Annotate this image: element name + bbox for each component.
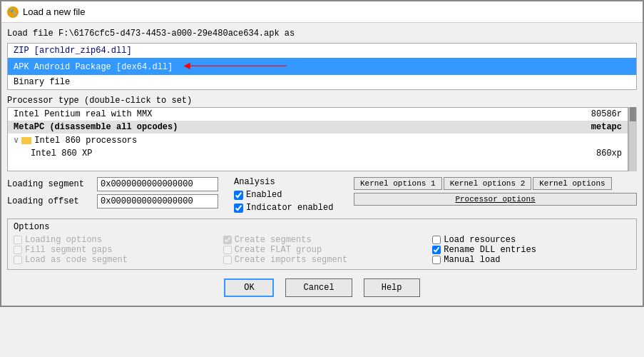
- loading-segment-input[interactable]: [97, 177, 218, 191]
- fill-segment-gaps-checkbox[interactable]: [14, 246, 22, 254]
- options-title: Options: [14, 222, 630, 232]
- options-col-2: Create segments Create FLAT group Create…: [223, 235, 421, 265]
- create-imports-label: Create imports segment: [235, 255, 347, 265]
- loading-segment-row: Loading segment: [7, 177, 228, 191]
- option-create-flat: Create FLAT group: [223, 245, 421, 255]
- tab-row-1: Kernel options 1 Kernel options 2 Kernel…: [354, 177, 637, 190]
- options-section: Options Loading options Fill segment gap…: [7, 218, 637, 270]
- expand-arrow: ∨: [14, 135, 19, 146]
- load-resources-label: Load resources: [444, 235, 516, 245]
- window-icon: 🔧: [7, 6, 19, 18]
- manual-load-checkbox[interactable]: [432, 256, 441, 264]
- option-manual-load: Manual load: [432, 255, 630, 265]
- processor-list-container: Intel Pentium real with MMX 80586r MetaP…: [7, 107, 637, 171]
- option-create-imports: Create imports segment: [223, 255, 421, 265]
- file-type-apk[interactable]: APK Android Package [dex64.dll] ◄───────…: [8, 58, 636, 75]
- load-file-label: Load file F:\6176cfc5-d473-4453-a000-29e…: [7, 27, 637, 40]
- bottom-section: Loading segment Loading offset Analysis …: [7, 177, 637, 213]
- rename-dll-checkbox[interactable]: [432, 246, 441, 254]
- dialog-content: Load file F:\6176cfc5-d473-4453-a000-29e…: [1, 23, 643, 306]
- processor-section-label: Processor type (double-click to set): [7, 96, 637, 106]
- proc-intel-860[interactable]: ∨ Intel 860 processors: [8, 134, 628, 147]
- left-inputs: Loading segment Loading offset: [7, 177, 228, 208]
- analysis-label: Analysis: [234, 177, 348, 187]
- red-arrow-indicator: ◄──────────────: [183, 60, 286, 73]
- options-col-3: Load resources Rename DLL entries Manual…: [432, 235, 630, 265]
- kernel-options-3-tab[interactable]: Kernel options: [533, 177, 611, 190]
- options-col-1: Loading options Fill segment gaps Load a…: [14, 235, 212, 265]
- indicator-checkbox[interactable]: [234, 203, 243, 213]
- load-as-code-checkbox[interactable]: [14, 256, 22, 264]
- main-window: 🔧 Load a new file Load file F:\6176cfc5-…: [0, 0, 644, 307]
- indicator-label: Indicator enabled: [246, 203, 333, 213]
- loading-offset-row: Loading offset: [7, 194, 228, 208]
- processor-list[interactable]: Intel Pentium real with MMX 80586r MetaP…: [7, 107, 628, 171]
- proc-intel-pentium[interactable]: Intel Pentium real with MMX 80586r: [8, 108, 628, 121]
- option-fill-segment-gaps: Fill segment gaps: [14, 245, 212, 255]
- file-type-list: ZIP [archldr_zip64.dll] APK Android Pack…: [7, 43, 637, 90]
- help-button[interactable]: Help: [364, 278, 420, 297]
- ok-button[interactable]: OK: [224, 278, 274, 297]
- load-resources-checkbox[interactable]: [432, 236, 441, 244]
- proc-intel-860-xp[interactable]: Intel 860 XP 860xp: [8, 147, 628, 160]
- option-rename-dll: Rename DLL entries: [432, 245, 630, 255]
- button-row: OK Cancel Help: [7, 278, 637, 303]
- indicator-row: Indicator enabled: [234, 203, 348, 213]
- fill-segment-gaps-label: Fill segment gaps: [25, 245, 112, 255]
- create-flat-checkbox[interactable]: [223, 246, 232, 254]
- enabled-checkbox[interactable]: [234, 191, 243, 200]
- loading-options-checkbox[interactable]: [14, 236, 22, 244]
- folder-icon: [21, 137, 31, 144]
- options-grid: Loading options Fill segment gaps Load a…: [14, 235, 630, 265]
- scrollbar-thumb: [630, 107, 636, 121]
- enabled-label: Enabled: [246, 190, 282, 200]
- loading-offset-input[interactable]: [97, 194, 218, 208]
- option-loading-options: Loading options: [14, 235, 212, 245]
- proc-metapc[interactable]: MetaPC (disassemble all opcodes) metapc: [8, 121, 628, 134]
- option-load-as-code: Load as code segment: [14, 255, 212, 265]
- create-segments-checkbox[interactable]: [223, 236, 232, 244]
- file-type-zip[interactable]: ZIP [archldr_zip64.dll]: [8, 44, 636, 58]
- kernel-options-2-tab[interactable]: Kernel options 2: [444, 177, 532, 190]
- create-flat-label: Create FLAT group: [235, 245, 322, 255]
- option-create-segments: Create segments: [223, 235, 421, 245]
- cancel-button[interactable]: Cancel: [285, 278, 352, 297]
- create-imports-checkbox[interactable]: [223, 256, 232, 264]
- loading-offset-label: Loading offset: [7, 196, 93, 206]
- processor-section: Processor type (double-click to set) Int…: [7, 96, 637, 171]
- kernel-options-1-tab[interactable]: Kernel options 1: [354, 177, 442, 190]
- processor-list-scrollbar[interactable]: [628, 107, 637, 171]
- file-type-binary[interactable]: Binary file: [8, 75, 636, 89]
- title-bar: 🔧 Load a new file: [1, 1, 643, 23]
- option-load-resources: Load resources: [432, 235, 630, 245]
- loading-segment-label: Loading segment: [7, 179, 93, 189]
- enabled-row: Enabled: [234, 190, 348, 200]
- manual-load-label: Manual load: [444, 255, 500, 265]
- window-title: Load a new file: [23, 6, 85, 17]
- load-as-code-label: Load as code segment: [25, 255, 128, 265]
- right-tabs: Kernel options 1 Kernel options 2 Kernel…: [354, 177, 637, 206]
- loading-options-label: Loading options: [25, 235, 102, 245]
- processor-options-btn[interactable]: Processor options: [354, 193, 637, 206]
- rename-dll-label: Rename DLL entries: [444, 245, 536, 255]
- create-segments-label: Create segments: [235, 235, 312, 245]
- analysis-section: Analysis Enabled Indicator enabled: [234, 177, 348, 213]
